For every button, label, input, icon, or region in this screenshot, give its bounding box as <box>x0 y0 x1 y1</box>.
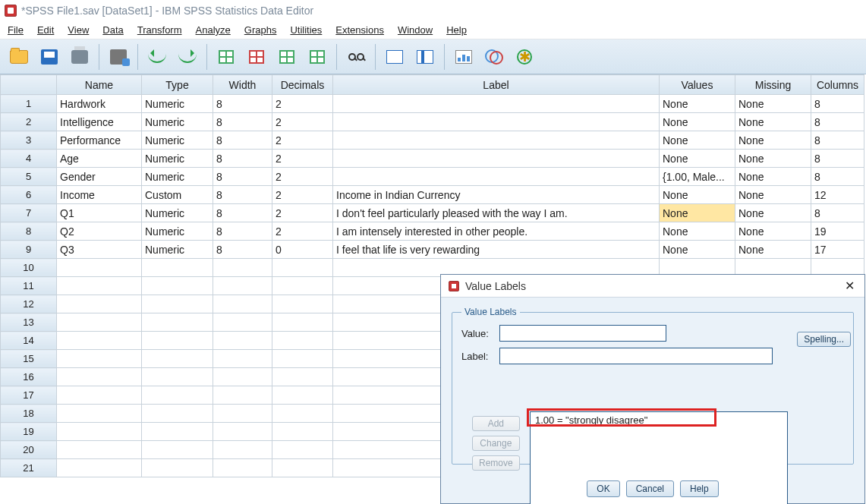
menu-analyze[interactable]: Analyze <box>196 24 231 36</box>
col-width[interactable]: Width <box>213 75 272 95</box>
col-type[interactable]: Type <box>142 75 213 95</box>
value-labels-icon[interactable] <box>481 45 507 69</box>
use-variable-sets-icon[interactable]: ✱ <box>512 45 537 69</box>
cell-columns[interactable]: 8 <box>811 131 864 150</box>
print-icon[interactable] <box>67 45 93 69</box>
undo-icon[interactable] <box>144 45 170 69</box>
cell-missing[interactable]: None <box>735 168 811 186</box>
cell-values[interactable]: None <box>660 186 735 204</box>
cell-label[interactable] <box>333 113 660 131</box>
cell-values[interactable]: {1.00, Male... <box>660 168 735 186</box>
row-header[interactable]: 1 <box>1 95 57 113</box>
row-header[interactable]: 2 <box>1 113 57 131</box>
cell-type[interactable]: Numeric <box>142 222 213 241</box>
menu-data[interactable]: Data <box>102 24 123 36</box>
cell-type[interactable]: Numeric <box>142 113 213 131</box>
cell-values[interactable]: None <box>660 241 735 259</box>
menu-edit[interactable]: Edit <box>37 24 54 36</box>
cell-type[interactable]: Custom <box>142 186 213 204</box>
split-file-icon[interactable] <box>382 45 408 69</box>
close-icon[interactable]: ✕ <box>842 279 857 294</box>
cell-label[interactable]: I don't feel particularly pleased with t… <box>333 204 660 222</box>
cell-type[interactable]: Numeric <box>142 241 213 259</box>
cell-label[interactable] <box>333 168 660 186</box>
row-header[interactable]: 17 <box>1 386 57 405</box>
cell-type[interactable]: Numeric <box>142 168 213 186</box>
cell-name[interactable]: Hardwork <box>57 95 142 113</box>
weight-cases-icon[interactable] <box>412 45 438 69</box>
cell-type[interactable]: Numeric <box>142 150 213 168</box>
cell-name[interactable]: Intelligence <box>57 113 142 131</box>
col-label[interactable]: Label <box>333 75 660 95</box>
cell-width[interactable]: 8 <box>213 150 272 168</box>
cell-missing[interactable]: None <box>735 186 811 204</box>
row-header[interactable]: 11 <box>1 277 57 295</box>
cell-values[interactable]: None <box>660 131 735 150</box>
cell-name[interactable]: Income <box>57 186 142 204</box>
menu-graphs[interactable]: Graphs <box>244 24 277 36</box>
cell-width[interactable]: 8 <box>213 204 272 222</box>
cancel-button[interactable]: Cancel <box>626 480 674 497</box>
row-header[interactable]: 7 <box>1 204 57 222</box>
find-icon[interactable] <box>343 45 369 69</box>
cell-width[interactable]: 8 <box>213 168 272 186</box>
cell-missing[interactable]: None <box>735 95 811 113</box>
col-name[interactable]: Name <box>57 75 142 95</box>
menu-view[interactable]: View <box>68 24 89 36</box>
cell-label[interactable]: Income in Indian Currency <box>333 186 660 204</box>
ok-button[interactable]: OK <box>587 480 619 497</box>
row-header[interactable]: 8 <box>1 222 57 241</box>
cell-name[interactable]: Gender <box>57 168 142 186</box>
variables-icon[interactable] <box>274 45 300 69</box>
cell-columns[interactable]: 8 <box>811 95 864 113</box>
cell-missing[interactable]: None <box>735 204 811 222</box>
menu-help[interactable]: Help <box>446 24 467 36</box>
cell-decimals[interactable]: 2 <box>272 186 333 204</box>
row-header[interactable]: 16 <box>1 368 57 386</box>
cell-label[interactable]: I feel that life is very rewarding <box>333 241 660 259</box>
cell-missing[interactable]: None <box>735 113 811 131</box>
cell-decimals[interactable]: 2 <box>272 222 333 241</box>
cell-decimals[interactable]: 2 <box>272 204 333 222</box>
cell-columns[interactable]: 8 <box>811 168 864 186</box>
cell-decimals[interactable]: 0 <box>272 241 333 259</box>
cell-width[interactable]: 8 <box>213 95 272 113</box>
cell-width[interactable]: 8 <box>213 241 272 259</box>
cell-width[interactable]: 8 <box>213 113 272 131</box>
col-values[interactable]: Values <box>660 75 735 95</box>
menu-transform[interactable]: Transform <box>137 24 182 36</box>
open-icon[interactable] <box>6 45 32 69</box>
col-missing[interactable]: Missing <box>735 75 811 95</box>
col-columns[interactable]: Columns <box>811 75 864 95</box>
cell-label[interactable] <box>333 131 660 150</box>
cell-label[interactable] <box>333 95 660 113</box>
redo-icon[interactable] <box>175 45 200 69</box>
menu-extensions[interactable]: Extensions <box>335 24 384 36</box>
cell-name[interactable]: Age <box>57 150 142 168</box>
cell-columns[interactable]: 17 <box>811 241 864 259</box>
row-header[interactable]: 18 <box>1 405 57 423</box>
cell-columns[interactable]: 8 <box>811 113 864 131</box>
list-item[interactable]: 1.00 = "strongly disagree" <box>531 412 787 428</box>
select-cases-icon[interactable] <box>451 45 477 69</box>
cell-decimals[interactable]: 2 <box>272 113 333 131</box>
row-header[interactable]: 5 <box>1 168 57 186</box>
cell-width[interactable]: 8 <box>213 131 272 150</box>
cell-missing[interactable]: None <box>735 241 811 259</box>
cell-width[interactable]: 8 <box>213 222 272 241</box>
goto-variable-icon[interactable] <box>244 45 269 69</box>
cell-columns[interactable]: 8 <box>811 204 864 222</box>
cell-values[interactable]: None <box>660 204 735 222</box>
row-header[interactable]: 6 <box>1 186 57 204</box>
cell-columns[interactable]: 12 <box>811 186 864 204</box>
row-header[interactable]: 4 <box>1 150 57 168</box>
label-input[interactable] <box>499 348 773 364</box>
row-header[interactable]: 3 <box>1 131 57 150</box>
cell-decimals[interactable]: 2 <box>272 168 333 186</box>
cell-columns[interactable]: 19 <box>811 222 864 241</box>
row-header[interactable]: 21 <box>1 459 57 477</box>
cell-name[interactable]: Q1 <box>57 204 142 222</box>
menu-utilities[interactable]: Utilities <box>290 24 322 36</box>
cell-width[interactable]: 8 <box>213 186 272 204</box>
cell-name[interactable]: Performance <box>57 131 142 150</box>
